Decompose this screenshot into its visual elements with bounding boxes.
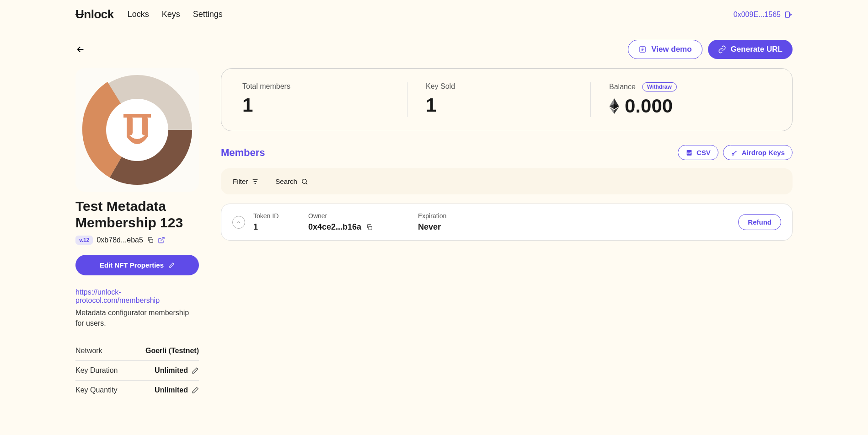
total-members-label: Total members	[242, 82, 404, 91]
search-button[interactable]: Search	[275, 177, 308, 185]
logout-icon	[784, 11, 793, 19]
token-id-value: 1	[253, 222, 308, 232]
nav-locks[interactable]: Locks	[128, 10, 149, 19]
stats-card: Total members 1 Key Sold 1 Balance Withd…	[221, 68, 793, 131]
csv-button[interactable]: CSV CSV	[678, 145, 718, 160]
member-row: Token ID 1 Owner 0x4ce2...b16a Expiratio…	[221, 204, 793, 241]
airdrop-icon	[731, 149, 738, 156]
lock-address: 0xb78d...eba5	[96, 236, 143, 244]
demo-icon	[638, 45, 647, 54]
filter-button[interactable]: Filter	[233, 177, 259, 185]
detail-row-duration: Key Duration Unlimited	[75, 361, 199, 381]
edit-duration-icon[interactable]	[192, 367, 199, 374]
svg-rect-6	[123, 114, 151, 118]
svg-rect-7	[150, 239, 153, 242]
airdrop-keys-button[interactable]: Airdrop Keys	[723, 145, 793, 160]
detail-row-quantity: Key Quantity Unlimited	[75, 381, 199, 400]
svg-point-3	[106, 99, 168, 161]
duration-label: Key Duration	[75, 366, 118, 375]
svg-rect-12	[369, 226, 372, 230]
network-value: Goerli (Testnet)	[145, 347, 199, 355]
balance-value: 0.000	[625, 95, 673, 117]
nav-settings[interactable]: Settings	[193, 10, 223, 19]
refund-button[interactable]: Refund	[738, 214, 781, 230]
metadata-url[interactable]: https://unlock-protocol.com/membership	[75, 288, 199, 305]
owner-value: 0x4ce2...b16a	[308, 222, 361, 232]
quantity-value: Unlimited	[155, 386, 188, 394]
withdraw-button[interactable]: Withdraw	[642, 82, 677, 91]
edit-label: Edit NFT Properties	[100, 261, 164, 269]
expiration-value: Never	[418, 222, 738, 232]
key-sold-value: 1	[426, 94, 588, 116]
metadata-description: Metadata configurator membership for use…	[75, 307, 199, 328]
view-demo-label: View demo	[651, 45, 692, 54]
nft-image	[75, 68, 199, 192]
edit-nft-properties-button[interactable]: Edit NFT Properties	[75, 255, 199, 275]
generate-url-label: Generate URL	[731, 45, 782, 54]
logo[interactable]: Unlock	[75, 7, 114, 21]
search-icon	[301, 178, 308, 185]
wallet-button[interactable]: 0x009E...1565	[734, 11, 793, 19]
wallet-address: 0x009E...1565	[734, 11, 781, 19]
nav-keys[interactable]: Keys	[162, 10, 180, 19]
external-link-icon[interactable]	[158, 236, 165, 244]
total-members-value: 1	[242, 94, 404, 116]
filter-bar: Filter Search	[221, 168, 793, 194]
filter-icon	[252, 178, 259, 185]
lock-title: Test Metadata Membership 123	[75, 198, 199, 231]
ethereum-icon	[609, 98, 619, 114]
filter-label: Filter	[233, 177, 248, 185]
owner-label: Owner	[308, 212, 418, 220]
version-badge: v.12	[75, 236, 93, 245]
copy-owner-icon[interactable]	[366, 224, 373, 231]
link-icon	[718, 45, 726, 54]
main-nav: Locks Keys Settings	[128, 10, 223, 19]
network-label: Network	[75, 347, 102, 355]
key-sold-label: Key Sold	[426, 82, 588, 91]
csv-label: CSV	[697, 149, 711, 156]
generate-url-button[interactable]: Generate URL	[708, 40, 793, 59]
svg-text:CSV: CSV	[687, 152, 691, 154]
copy-icon[interactable]	[147, 236, 154, 244]
svg-rect-0	[785, 12, 789, 17]
chevron-up-icon	[236, 220, 241, 225]
svg-point-11	[302, 179, 306, 183]
back-button[interactable]	[75, 44, 86, 54]
arrow-left-icon	[75, 44, 86, 54]
edit-quantity-icon[interactable]	[192, 387, 199, 394]
quantity-label: Key Quantity	[75, 386, 118, 394]
token-id-label: Token ID	[253, 212, 308, 220]
svg-rect-4	[127, 116, 133, 135]
members-title: Members	[221, 147, 265, 159]
duration-value: Unlimited	[155, 366, 188, 375]
csv-icon: CSV	[686, 149, 693, 156]
balance-label: Balance	[609, 83, 636, 91]
pencil-icon	[168, 262, 175, 269]
expand-button[interactable]	[232, 216, 245, 229]
airdrop-label: Airdrop Keys	[742, 149, 785, 156]
expiration-label: Expiration	[418, 212, 738, 220]
search-label: Search	[275, 177, 297, 185]
detail-row-network: Network Goerli (Testnet)	[75, 341, 199, 361]
svg-rect-5	[142, 116, 148, 135]
view-demo-button[interactable]: View demo	[628, 40, 702, 59]
